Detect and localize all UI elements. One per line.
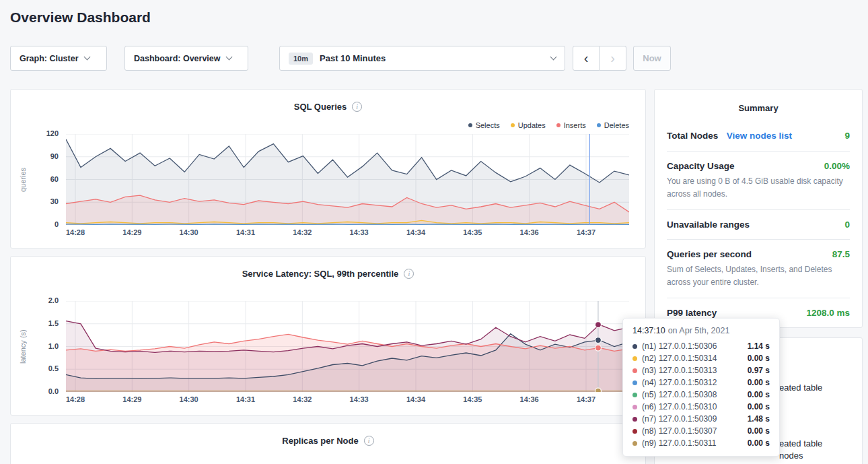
time-next-button[interactable]: › [600, 46, 626, 71]
page-title: Overview Dashboard [10, 9, 868, 26]
node-color-dot-icon [632, 356, 637, 361]
legend-item-updates[interactable]: Updates [511, 121, 546, 129]
time-prev-button[interactable]: ‹ [573, 46, 600, 71]
tooltip-header: 14:37:10on Apr 5th, 2021 [632, 326, 770, 335]
time-range-label: Past 10 Minutes [320, 53, 386, 63]
now-button[interactable]: Now [633, 46, 671, 71]
x-tick-label: 14:28 [66, 228, 85, 236]
x-tick-label: 14:30 [180, 228, 198, 236]
x-tick-label: 14:36 [520, 395, 539, 403]
x-tick-label: 14:34 [406, 228, 425, 236]
summary-label: Total Nodes [667, 131, 718, 141]
tooltip-row: (n9) 127.0.0.1:503110.00 s [632, 437, 770, 449]
info-icon[interactable]: i [364, 436, 374, 446]
dashboard-dropdown[interactable]: Dashboard: Overview [124, 46, 248, 71]
node-color-dot-icon [632, 429, 637, 434]
x-tick-label: 14:35 [463, 228, 482, 236]
x-tick-label: 14:33 [350, 395, 369, 403]
x-axis-labels: 14:2814:2914:3014:3114:3214:3314:3414:35… [66, 392, 629, 408]
summary-panel: Summary Total Nodes View nodes list 9 Ca… [654, 89, 863, 328]
summary-value: 0 [844, 220, 850, 230]
node-color-dot-icon [632, 380, 637, 385]
time-nav-group: ‹ › [573, 46, 626, 71]
info-icon[interactable]: i [352, 102, 362, 112]
tooltip-node-label: (n2) 127.0.0.1:50314 [642, 354, 743, 363]
chevron-down-icon [83, 54, 90, 61]
view-nodes-list-link[interactable]: View nodes list [727, 131, 792, 141]
tooltip-rows: (n1) 127.0.0.1:503061.14 s(n2) 127.0.0.1… [632, 340, 770, 449]
node-color-dot-icon [632, 368, 637, 373]
summary-row-unavailable-ranges: Unavailable ranges 0 [667, 210, 850, 240]
info-icon[interactable]: i [404, 269, 414, 279]
tooltip-node-label: (n5) 127.0.0.1:50308 [642, 390, 743, 399]
x-tick-label: 14:37 [577, 228, 595, 236]
chart-panel-sql-queries: SQL Queries i SelectsUpdatesInsertsDelet… [10, 89, 646, 248]
x-tick-label: 14:31 [236, 395, 255, 403]
chart-title: SQL Queries [294, 102, 347, 112]
dashboard-controls: Graph: Cluster Dashboard: Overview 10m P… [10, 46, 868, 71]
tooltip-row: (n8) 127.0.0.1:503070.00 s [632, 425, 770, 437]
chart-panel-service-latency: Service Latency: SQL, 99th percentile i … [10, 256, 646, 416]
tooltip-date: on Apr 5th, 2021 [668, 326, 730, 335]
node-color-dot-icon [632, 441, 637, 446]
summary-value: 87.5 [832, 249, 850, 259]
tooltip-node-label: (n4) 127.0.0.1:50312 [642, 378, 743, 387]
legend-item-deletes[interactable]: Deletes [597, 121, 629, 129]
tooltip-node-value: 1.48 s [748, 414, 770, 424]
x-tick-label: 14:32 [293, 228, 312, 236]
graph-dropdown[interactable]: Graph: Cluster [10, 46, 107, 71]
y-axis-title: queries [19, 134, 27, 225]
dashboard-dropdown-label: Dashboard: Overview [134, 54, 221, 63]
x-tick-label: 14:31 [236, 228, 255, 236]
x-tick-label: 14:34 [406, 395, 425, 403]
chart-title: Service Latency: SQL, 99th percentile [242, 269, 399, 279]
tooltip-node-value: 0.00 s [748, 402, 770, 411]
tooltip-node-value: 0.97 s [748, 366, 770, 375]
legend-label: Inserts [564, 121, 586, 129]
summary-row-total-nodes: Total Nodes View nodes list 9 [667, 120, 850, 152]
y-axis-title: latency (s) [19, 301, 27, 392]
tooltip-node-label: (n6) 127.0.0.1:50310 [642, 402, 743, 411]
chart-plot[interactable] [66, 301, 629, 392]
summary-row-queries-per-second: Queries per second 87.5 Sum of Selects, … [667, 240, 850, 298]
tooltip-node-label: (n8) 127.0.0.1:50307 [642, 426, 743, 436]
tooltip-time: 14:37:10 [632, 326, 665, 335]
tooltip-node-value: 0.00 s [748, 378, 770, 387]
graph-dropdown-label: Graph: Cluster [20, 54, 79, 63]
tooltip-row: (n5) 127.0.0.1:503080.00 s [632, 389, 770, 401]
node-color-dot-icon [632, 393, 637, 397]
time-range-picker[interactable]: 10m Past 10 Minutes [279, 46, 565, 71]
chart-panel-replicas-per-node: Replicas per Node i [10, 423, 646, 464]
x-tick-label: 14:35 [463, 395, 482, 403]
node-color-dot-icon [632, 417, 637, 422]
event-text-fragment: nodes [779, 451, 803, 461]
chevron-down-icon [550, 54, 557, 61]
node-color-dot-icon [632, 344, 637, 349]
summary-value: 1208.0 ms [806, 308, 850, 318]
tooltip-node-label: (n1) 127.0.0.1:50306 [642, 341, 743, 351]
summary-subtext: You are using 0 B of 4.5 GiB usable disk… [667, 175, 850, 200]
legend-label: Updates [518, 121, 546, 129]
summary-label: P99 latency [667, 308, 717, 318]
summary-value: 9 [844, 131, 850, 141]
x-tick-label: 14:32 [293, 395, 312, 403]
tooltip-node-value: 1.14 s [748, 341, 770, 351]
legend-item-inserts[interactable]: Inserts [556, 121, 586, 129]
chart-plot[interactable] [66, 134, 629, 225]
chart-legend: SelectsUpdatesInsertsDeletes [66, 112, 629, 134]
chart-title: Replicas per Node [282, 436, 358, 446]
tooltip-row: (n4) 127.0.0.1:503120.00 s [632, 376, 770, 389]
legend-dot-icon [597, 123, 601, 127]
legend-item-selects[interactable]: Selects [468, 121, 500, 129]
chevron-down-icon [225, 54, 232, 61]
x-tick-label: 14:29 [122, 395, 141, 403]
x-tick-label: 14:37 [577, 395, 595, 403]
tooltip-row: (n7) 127.0.0.1:503091.48 s [632, 413, 770, 425]
tooltip-node-label: (n3) 127.0.0.1:50313 [642, 366, 743, 375]
x-axis-labels: 14:2814:2914:3014:3114:3214:3314:3414:35… [66, 225, 629, 241]
summary-subtext: Sum of Selects, Updates, Inserts, and De… [667, 263, 850, 288]
tooltip-node-label: (n7) 127.0.0.1:50309 [642, 414, 743, 424]
summary-value: 0.00% [824, 161, 850, 171]
event-text-fragment: eated table [779, 438, 822, 449]
chart-legend [66, 279, 629, 301]
